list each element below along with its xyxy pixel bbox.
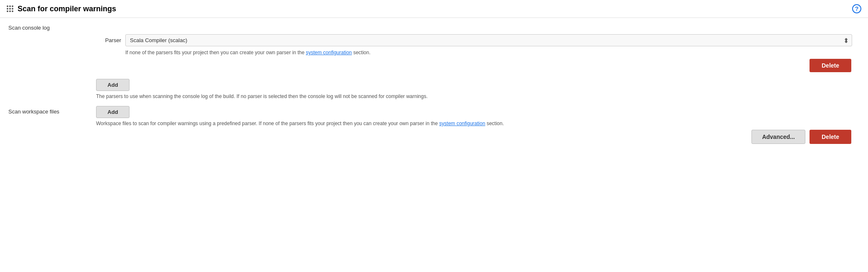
workspace-description-after: section. bbox=[485, 121, 504, 126]
parser-row: Parser Scala Compiler (scalac) Java Comp… bbox=[96, 34, 860, 46]
workspace-description-before: Workspace files to scan for compiler war… bbox=[96, 121, 439, 126]
bottom-buttons: Advanced... Delete bbox=[8, 130, 860, 144]
add-button-console[interactable]: Add bbox=[96, 79, 129, 91]
parser-select[interactable]: Scala Compiler (scalac) Java Compiler (j… bbox=[125, 34, 852, 46]
parser-help-text: If none of the parsers fits your project… bbox=[125, 50, 860, 55]
parser-help-text-after: section. bbox=[352, 50, 371, 55]
add-button-workspace[interactable]: Add bbox=[96, 106, 129, 118]
header: Scan for compiler warnings ? bbox=[0, 0, 868, 18]
workspace-label: Scan workspace files bbox=[8, 106, 96, 115]
add-row-workspace: Add bbox=[96, 106, 860, 118]
scan-console-log-label: Scan console log bbox=[8, 25, 860, 31]
system-configuration-link[interactable]: system configuration bbox=[306, 50, 352, 55]
workspace-content: Add Workspace files to scan for compiler… bbox=[96, 106, 860, 126]
add-row-console: Add bbox=[96, 79, 860, 91]
workspace-section: Scan workspace files Add Workspace files… bbox=[8, 106, 860, 126]
page-title: Scan for compiler warnings bbox=[18, 5, 116, 13]
main-content: Scan console log Parser Scala Compiler (… bbox=[0, 18, 868, 151]
delete-button-top[interactable]: Delete bbox=[810, 59, 851, 72]
parser-help-text-before: If none of the parsers fits your project… bbox=[125, 50, 306, 55]
advanced-button[interactable]: Advanced... bbox=[751, 130, 805, 144]
console-log-description: The parsers to use when scanning the con… bbox=[96, 93, 860, 99]
delete-button-bottom[interactable]: Delete bbox=[810, 130, 851, 144]
help-icon[interactable]: ? bbox=[852, 4, 861, 13]
page-wrapper: Scan for compiler warnings ? Scan consol… bbox=[0, 0, 868, 151]
parser-label: Parser bbox=[96, 37, 121, 43]
delete-btn-row-top: Delete bbox=[8, 59, 860, 72]
workspace-system-configuration-link[interactable]: system configuration bbox=[439, 121, 485, 126]
drag-handle-icon[interactable] bbox=[7, 5, 13, 12]
parser-select-wrapper: Scala Compiler (scalac) Java Compiler (j… bbox=[125, 34, 852, 46]
header-left: Scan for compiler warnings bbox=[7, 5, 116, 13]
workspace-description: Workspace files to scan for compiler war… bbox=[96, 121, 764, 126]
